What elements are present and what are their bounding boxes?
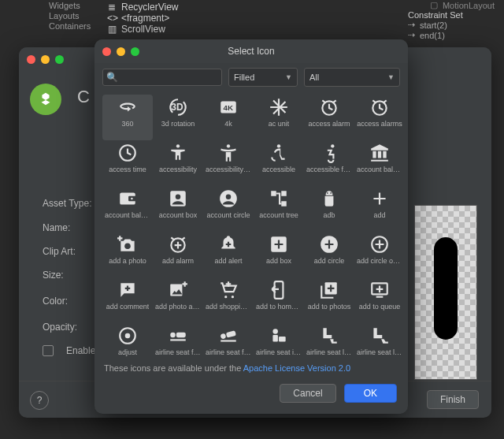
icon-tile-adb[interactable]: adb <box>304 186 354 232</box>
palette-section-labels: Widgets Layouts Containers <box>49 0 91 32</box>
icon-tile-account-box[interactable]: account box <box>153 186 203 232</box>
icon-tile-label: access alarm <box>308 120 350 128</box>
icon-tile-label: 4k <box>224 120 232 128</box>
icon-tile-add-alert[interactable]: add alert <box>203 232 254 277</box>
icon-tile-4k[interactable]: 4k <box>203 95 254 140</box>
airline-seat-legroom-icon <box>319 323 339 348</box>
enable-auto-checkbox[interactable] <box>43 345 54 356</box>
icon-tile-account-balance[interactable]: account balance <box>354 140 405 186</box>
asset-window-title: C <box>77 87 90 115</box>
maximize-icon[interactable] <box>55 55 64 64</box>
add-photo-alternate-icon <box>168 277 188 303</box>
icon-tile-label: add box <box>266 257 291 265</box>
icon-tile-3d-rotation[interactable]: 3d rotation <box>153 95 203 140</box>
access-time-icon <box>117 140 138 166</box>
access-alarms-icon <box>369 95 390 120</box>
icon-tile-add-box[interactable]: add box <box>254 232 304 277</box>
airline-seat-flat-angled-icon <box>218 323 239 348</box>
icon-tile-account-tree[interactable]: account tree <box>254 186 304 232</box>
finish-button[interactable]: Finish <box>427 390 479 409</box>
icon-tile-ac-unit[interactable]: ac unit <box>254 95 304 140</box>
add-shopping-cart-icon <box>218 277 239 303</box>
chevron-down-icon: ▼ <box>387 73 395 81</box>
accessible-icon <box>269 140 289 166</box>
icon-tile-label: add circle <box>314 257 345 265</box>
icon-tile-accessibility[interactable]: accessibility <box>153 140 203 186</box>
icon-tile-add-to-queue[interactable]: add to queue <box>354 277 405 323</box>
icon-tile-accessible-forward[interactable]: accessible forward <box>304 140 354 186</box>
add-alarm-icon <box>168 232 188 257</box>
maximize-icon[interactable] <box>131 47 139 56</box>
motion-panel: ▢MotionLayout Constraint Set ⇢start(2) ⇢… <box>408 0 495 40</box>
constraint-end[interactable]: ⇢end(1) <box>408 30 495 40</box>
icon-tile-add-to-home-screen[interactable]: add to home screen <box>254 277 304 323</box>
icon-tile-360[interactable]: 360 <box>102 95 153 140</box>
icon-tile-add-shopping-cart[interactable]: add shopping cart <box>203 277 254 323</box>
adb-icon <box>319 186 339 211</box>
icon-tile-access-alarm[interactable]: access alarm <box>304 95 354 140</box>
icon-tile-airline-seat-individual[interactable]: airline seat individual <box>254 323 304 357</box>
add-to-queue-icon <box>369 277 390 303</box>
add-to-home-screen-icon <box>269 277 289 303</box>
icon-tile-account-balance-wallet[interactable]: account balance <box>102 186 153 232</box>
icon-tile-label: add to home screen <box>256 303 302 311</box>
icon-tile-adjust[interactable]: adjust <box>102 323 153 357</box>
constraint-start[interactable]: ⇢start(2) <box>408 20 495 30</box>
icon-tile-access-time[interactable]: access time <box>102 140 153 186</box>
add-icon <box>369 186 390 211</box>
minimize-icon[interactable] <box>41 55 50 64</box>
icon-tile-account-circle[interactable]: account circle <box>203 186 254 232</box>
icon-tile-label: airline seat flat <box>206 348 251 356</box>
icon-tile-add-circle-outline[interactable]: add circle outline <box>354 232 405 277</box>
icon-tile-add-to-photos[interactable]: add to photos <box>304 277 354 323</box>
icon-tile-airline-seat-flat[interactable]: airline seat flat <box>153 323 203 357</box>
icon-tile-add-photo-alternate[interactable]: add photo alternate <box>153 277 203 323</box>
icon-tile-label: add comment <box>106 303 150 311</box>
icon-tile-label: add to queue <box>359 303 401 311</box>
license-link[interactable]: Apache License Version 2.0 <box>243 363 350 373</box>
add-comment-icon <box>117 277 138 303</box>
close-icon[interactable] <box>27 55 35 64</box>
icon-tile-add-circle[interactable]: add circle <box>304 232 354 277</box>
adjust-icon <box>117 323 138 348</box>
icon-tile-add-a-photo[interactable]: add a photo <box>102 232 153 277</box>
icon-tile-accessibility-new[interactable]: accessibility new <box>203 140 254 186</box>
icon-tile-label: airline seat flat <box>155 348 201 356</box>
icon-tile-add[interactable]: add <box>354 186 405 232</box>
icon-tile-label: account balance <box>357 166 402 173</box>
icon-tile-add-comment[interactable]: add comment <box>102 277 153 323</box>
icon-tile-airline-seat-legroom-extra[interactable]: airline seat legroom <box>354 323 405 357</box>
icon-tile-accessible[interactable]: accessible <box>254 140 304 186</box>
ac-unit-icon <box>269 95 289 120</box>
select-icon-titlebar[interactable]: Select Icon <box>94 39 408 63</box>
ok-button[interactable]: OK <box>344 384 397 403</box>
add-box-icon <box>269 232 289 257</box>
category-filter-select[interactable]: All▼ <box>304 68 400 87</box>
minimize-icon[interactable] <box>117 47 125 56</box>
tree-item-fragment[interactable]: <><fragment> <box>107 13 417 24</box>
icon-grid-scroll[interactable]: 3603d rotation4kac unitaccess alarmacces… <box>94 91 408 357</box>
icon-tile-label: add <box>373 211 385 219</box>
icon-tile-label: add a photo <box>109 257 146 265</box>
tree-item-recyclerview[interactable]: ≣RecyclerView <box>107 2 417 13</box>
icon-tile-label: access time <box>109 166 146 173</box>
cancel-button[interactable]: Cancel <box>280 384 335 403</box>
icon-tile-airline-seat-flat-angled[interactable]: airline seat flat <box>203 323 254 357</box>
asset-preview <box>414 205 477 380</box>
icon-tile-label: 360 <box>121 120 133 128</box>
icon-tile-add-alarm[interactable]: add alarm <box>153 232 203 277</box>
account-box-icon <box>168 186 188 211</box>
icon-tile-label: airline seat legroom <box>357 348 402 356</box>
icon-tile-label: account circle <box>206 211 250 219</box>
icon-tile-label: account box <box>159 211 198 219</box>
close-icon[interactable] <box>102 47 111 56</box>
add-circle-outline-icon <box>369 232 390 257</box>
icon-tile-access-alarms[interactable]: access alarms <box>354 95 405 140</box>
style-filter-select[interactable]: Filled▼ <box>228 68 298 87</box>
360-icon <box>117 95 138 120</box>
icon-tile-label: accessibility <box>159 166 197 173</box>
tree-item-scrollview[interactable]: ▥ScrollView <box>107 24 417 35</box>
icon-tile-airline-seat-legroom[interactable]: airline seat legroom <box>304 323 354 357</box>
android-studio-logo <box>30 84 61 115</box>
search-input[interactable] <box>102 69 222 86</box>
